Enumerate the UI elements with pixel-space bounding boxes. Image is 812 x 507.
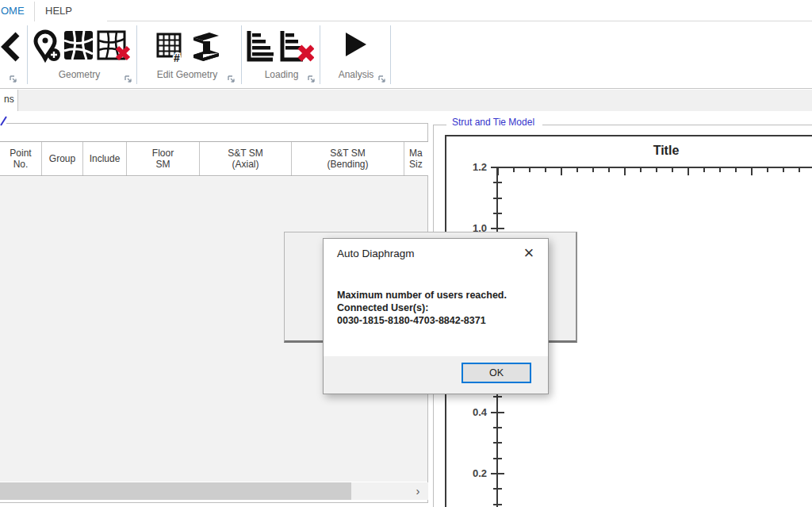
ibeam-icon[interactable] [192,29,220,66]
scrollbar-thumb[interactable] [0,482,351,500]
svg-text:#: # [174,52,180,62]
group-label-edit-geometry: Edit Geometry [146,69,228,80]
group-separator [241,25,242,84]
mesh-delete-icon[interactable] [97,29,130,64]
document-tabstrip: ns [0,90,812,111]
column-header-include[interactable]: Include [83,142,127,175]
right-groupbox-border [542,125,812,125]
right-groupbox-border [433,125,446,125]
y-tick-label: 1.2 [463,162,487,173]
left-groupbox-border [0,502,428,503]
group-separator [27,25,28,84]
auto-diaphragm-dialog: Auto Diaphragm × Maximum number of users… [323,238,549,394]
close-icon[interactable]: × [516,242,542,264]
column-header-text: (Axial) [232,159,259,170]
dialog-launcher-icon[interactable] [378,72,386,80]
left-groupbox-border [6,123,428,124]
column-header-text: Include [90,153,121,164]
document-tab-label: ns [4,94,14,105]
tab-help[interactable]: HELP [45,5,72,17]
group-label-geometry: Geometry [32,69,127,80]
column-header-text: Siz [409,159,423,170]
horizontal-scrollbar[interactable]: › [0,482,428,500]
column-header-text: Floor [152,148,174,159]
mesh-icon[interactable] [63,29,94,64]
column-header-st-sm-bending[interactable]: S&T SM (Bending) [292,142,404,175]
column-header-group[interactable]: Group [42,142,83,175]
group-separator [320,25,320,84]
column-header-clipped[interactable]: Ma Siz [404,142,428,175]
table-header-row: Point No. Group Include Floor SM S&T SM … [0,141,428,176]
application-window: OME HELP [0,0,812,507]
y-tick-label: 0.4 [463,407,487,418]
dialog-message-line: Maximum number of users reached. [337,289,507,302]
column-header-text: (Bending) [327,159,368,170]
geometry-pin-icon[interactable] [33,29,60,66]
dialog-message-line: Connected User(s): [337,302,507,314]
dialog-title: Auto Diaphragm [337,248,415,259]
group-label-analysis: Analysis [331,69,381,80]
dialog-launcher-icon[interactable] [228,72,236,80]
column-header-text: S&T SM [228,148,262,159]
load-delete-icon[interactable] [279,29,314,66]
group-label-loading: Loading [251,69,312,80]
column-header-text: No. [13,159,29,170]
column-header-text: Group [49,153,75,164]
dialog-message-line: 0030-1815-8180-4703-8842-8371 [337,314,507,327]
scrollbar-right-arrow[interactable]: › [409,482,427,500]
group-separator [136,25,137,84]
chevron-right-icon: › [416,484,420,497]
grid-number-icon[interactable]: # [156,32,183,65]
clipped-groupbox-label-fragment [0,115,7,129]
dialog-launcher-icon[interactable] [10,72,17,80]
load-diagram-icon[interactable] [246,29,276,66]
column-header-text: S&T SM [330,148,365,159]
dialog-message: Maximum number of users reached. Connect… [337,289,507,328]
dialog-footer: OK [324,356,548,394]
tab-divider [34,2,35,21]
ok-button[interactable]: OK [462,363,531,383]
column-header-point-no[interactable]: Point No. [0,142,42,175]
y-tick-label: 0.2 [463,468,487,479]
column-header-st-sm-axial[interactable]: S&T SM (Axial) [200,142,292,175]
ribbon: Geometry # Edit Geometry [0,21,812,89]
column-header-floor-sm[interactable]: Floor SM [127,142,200,175]
column-header-text: Point [10,148,31,159]
right-groupbox-label: Strut and Tie Model [450,117,537,128]
tab-home[interactable]: OME [1,5,25,17]
chart-title: Title [587,144,745,158]
column-header-text: Ma [409,148,423,159]
x-axis-major-ticks [497,168,812,175]
dialog-launcher-icon[interactable] [308,72,316,80]
dialog-launcher-icon[interactable] [124,72,132,80]
column-header-text: SM [156,159,170,170]
play-icon[interactable] [343,31,368,63]
group-separator [390,25,391,84]
back-icon[interactable] [0,31,21,66]
document-tab-active[interactable]: ns [0,90,18,111]
